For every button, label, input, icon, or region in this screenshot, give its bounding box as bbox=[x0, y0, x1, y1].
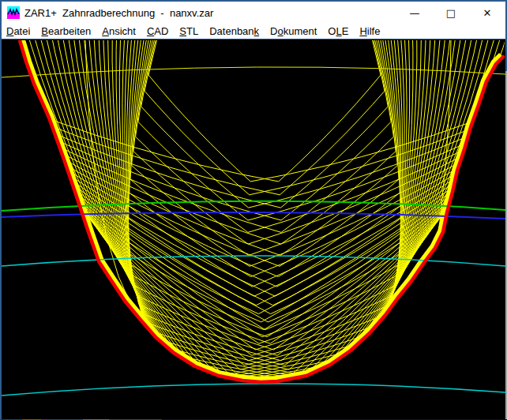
menu-item-bearbeiten[interactable]: Bearbeiten bbox=[36, 25, 96, 37]
window-title: ZAR1+ Zahnradberechnung - nanxv.zar bbox=[24, 7, 396, 19]
hobbing-simulation-view bbox=[2, 40, 505, 419]
menu-item-stl[interactable]: STL bbox=[174, 25, 204, 37]
menu-item-cad[interactable]: CAD bbox=[141, 25, 174, 37]
menu-item-datenbank[interactable]: Datenbank bbox=[204, 25, 265, 37]
gear-profile-glyph bbox=[7, 6, 20, 19]
minimize-icon: — bbox=[410, 7, 420, 19]
window-border-top bbox=[0, 0, 507, 2]
maximize-button[interactable]: □ bbox=[433, 2, 469, 24]
title-bar[interactable]: ZAR1+ Zahnradberechnung - nanxv.zar — □ … bbox=[2, 2, 505, 24]
minimize-button[interactable]: — bbox=[396, 2, 433, 24]
window-controls: — □ ✕ bbox=[396, 2, 505, 24]
menu-item-dokument[interactable]: Dokument bbox=[265, 25, 322, 37]
menu-bar: Datei Bearbeiten Ansicht CAD STL Datenba… bbox=[2, 24, 505, 39]
menu-item-ole[interactable]: OLE bbox=[322, 25, 354, 37]
menu-item-hilfe[interactable]: Hilfe bbox=[354, 25, 385, 37]
maximize-icon: □ bbox=[446, 7, 456, 19]
menu-item-datei[interactable]: Datei bbox=[2, 25, 36, 37]
window-border-left bbox=[0, 0, 2, 420]
app-icon bbox=[7, 6, 20, 19]
close-button[interactable]: ✕ bbox=[469, 2, 505, 24]
menu-item-ansicht[interactable]: Ansicht bbox=[96, 25, 141, 37]
gear-drawing-area[interactable] bbox=[2, 40, 505, 419]
tip-circle-arc bbox=[2, 67, 505, 77]
app-window: ZAR1+ Zahnradberechnung - nanxv.zar — □ … bbox=[0, 0, 507, 420]
close-icon: ✕ bbox=[483, 7, 492, 19]
